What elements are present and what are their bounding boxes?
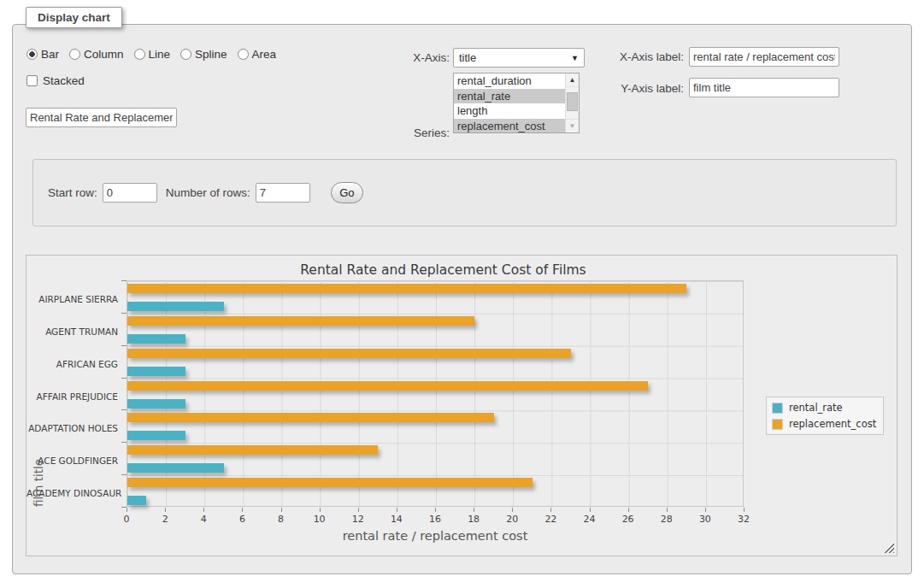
num-rows-input[interactable] <box>256 183 310 203</box>
x-axis-tick-label: 32 <box>731 514 756 525</box>
bar-replacement_cost <box>127 284 686 293</box>
bar-replacement_cost <box>127 349 571 358</box>
x-axis-tick <box>550 508 551 512</box>
category-label: AGENT TRUMAN <box>26 326 118 337</box>
x-axis-tick-label: 20 <box>499 514 525 525</box>
display-chart-fieldset: Display chart BarColumnLineSplineArea St… <box>12 24 912 574</box>
chart-type-option-column[interactable]: Column <box>69 48 124 61</box>
x-axis-tick <box>590 508 591 512</box>
x-axis-label-field-label: X-Axis label: <box>543 50 684 63</box>
x-axis-tick <box>203 508 204 512</box>
chart-type-radio-spline[interactable] <box>180 49 191 60</box>
stacked-checkbox[interactable] <box>26 75 38 86</box>
category-label: AIRPLANE SIERRA <box>26 294 118 304</box>
scrollbar-thumb[interactable] <box>567 92 578 111</box>
bar-rental_rate <box>127 334 185 344</box>
x-axis-label-input[interactable] <box>689 47 839 67</box>
chart-type-radio-column[interactable] <box>69 49 80 60</box>
y-axis-tick <box>121 474 127 475</box>
legend-swatch-icon <box>772 419 783 430</box>
start-row-label: Start row: <box>48 186 97 199</box>
rows-form-panel: Start row: Number of rows: Go <box>32 159 897 226</box>
x-axis-tick-label: 10 <box>307 514 333 525</box>
x-axis-tick-label: 30 <box>692 514 718 525</box>
stacked-option[interactable]: Stacked <box>26 74 85 87</box>
x-axis-tick <box>165 508 166 512</box>
y-axis-label-field-label: Y-Axis label: <box>543 82 684 95</box>
chart-type-radio-line[interactable] <box>134 49 145 60</box>
y-axis-tick <box>121 280 127 281</box>
num-rows-label: Number of rows: <box>166 186 250 199</box>
x-axis-tick <box>435 508 436 512</box>
chart-legend: rental_ratereplacement_cost <box>766 397 884 435</box>
resize-handle-icon[interactable] <box>884 543 894 553</box>
bar-rental_rate <box>127 302 224 311</box>
chart-type-option-bar[interactable]: Bar <box>26 48 59 61</box>
chart-type-label: Area <box>252 48 277 61</box>
scroll-down-icon[interactable]: ▼ <box>566 119 579 132</box>
x-axis-tick <box>512 508 513 512</box>
x-axis-tick-label: 18 <box>461 514 486 525</box>
y-axis-tick <box>121 409 127 410</box>
x-axis-tick <box>127 508 127 512</box>
legend-label: replacement_cost <box>789 418 876 430</box>
chart-type-option-spline[interactable]: Spline <box>180 48 227 61</box>
x-axis-tick-label: 2 <box>152 514 178 525</box>
x-axis-tick-label: 8 <box>268 514 294 525</box>
legend-entry-rental_rate: rental_rate <box>772 402 876 414</box>
bar-replacement_cost <box>127 381 648 391</box>
chart-title-input[interactable] <box>26 108 177 127</box>
chart-type-option-area[interactable]: Area <box>238 48 277 61</box>
x-axis-tick <box>358 508 359 512</box>
x-axis-tick <box>667 508 668 512</box>
bar-rental_rate <box>127 399 185 409</box>
chart-title: Rental Rate and Replacement Cost of Film… <box>26 262 860 278</box>
y-axis-tick <box>121 345 127 346</box>
y-axis-tick <box>121 313 127 314</box>
x-axis-tick <box>281 508 282 512</box>
start-row-input[interactable] <box>103 183 157 203</box>
bar-replacement_cost <box>127 478 533 487</box>
fieldset-title: Display chart <box>26 7 122 28</box>
bar-replacement_cost <box>127 316 474 326</box>
bar-rental_rate <box>127 496 146 505</box>
category-label: ACADEMY DINOSAUR <box>26 488 118 498</box>
chart-type-radio-area[interactable] <box>238 49 249 60</box>
chart-type-label: Bar <box>41 48 59 61</box>
y-axis-tick <box>121 378 127 379</box>
chart-type-options: BarColumnLineSplineArea <box>26 48 276 61</box>
series-option-length[interactable]: length <box>454 103 565 119</box>
x-axis-tick <box>320 508 321 512</box>
x-axis-select-label: X-Axis: <box>309 51 450 64</box>
x-axis-tick <box>744 508 744 512</box>
x-axis-tick-label: 4 <box>191 514 216 525</box>
go-button[interactable]: Go <box>331 182 363 203</box>
plot-area <box>127 280 744 507</box>
legend-label: rental_rate <box>789 402 843 414</box>
x-axis-tick-label: 28 <box>654 514 680 525</box>
chart-type-radio-bar[interactable] <box>26 49 38 60</box>
x-axis-tick-label: 6 <box>229 514 255 525</box>
x-axis-tick-label: 22 <box>538 514 563 525</box>
x-axis-tick-label: 12 <box>345 514 371 525</box>
chart-type-label: Spline <box>195 48 227 61</box>
category-label: AFFAIR PREJUDICE <box>26 391 118 402</box>
x-axis-tick-label: 14 <box>384 514 409 525</box>
y-axis-label-input[interactable] <box>689 78 839 97</box>
stacked-label: Stacked <box>43 74 85 87</box>
series-select-label: Series: <box>309 126 450 139</box>
category-label: ADAPTATION HOLES <box>26 423 118 433</box>
legend-entry-replacement_cost: replacement_cost <box>772 418 876 430</box>
chart-type-option-line[interactable]: Line <box>134 48 171 61</box>
chart-type-label: Line <box>149 48 171 61</box>
chart-x-axis-title: rental rate / replacement cost <box>127 529 744 543</box>
page: Display chart BarColumnLineSplineArea St… <box>0 0 924 582</box>
legend-swatch-icon <box>772 403 783 414</box>
series-option-replacement_cost[interactable]: replacement_cost <box>454 119 565 133</box>
x-axis-tick <box>242 508 243 512</box>
chart-type-label: Column <box>84 48 124 61</box>
bar-rental_rate <box>127 431 185 440</box>
chart-panel: Rental Rate and Replacement Cost of Film… <box>26 255 898 556</box>
x-axis-tick <box>628 508 629 512</box>
y-axis-tick <box>121 442 127 443</box>
